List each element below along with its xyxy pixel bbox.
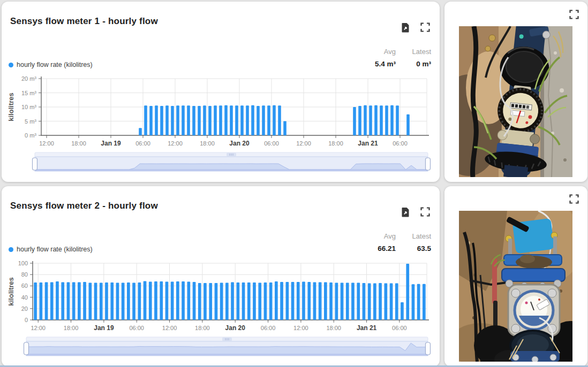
svg-text:18:00: 18:00 <box>200 140 215 147</box>
panel-toolbar <box>401 207 431 217</box>
page-title: Sensys flow meter 2 - hourly flow <box>10 201 158 211</box>
export-report-button[interactable] <box>401 22 411 33</box>
svg-text:06:00: 06:00 <box>393 140 408 147</box>
svg-text:0 m³: 0 m³ <box>25 132 36 139</box>
svg-text:18:00: 18:00 <box>64 325 79 331</box>
svg-text:12:00: 12:00 <box>293 325 308 331</box>
meter-photo-2 <box>459 211 572 362</box>
slider-handle-right[interactable] <box>426 158 431 170</box>
chart-stats: Avg 5.4 m³ Latest 0 m³ <box>373 48 431 68</box>
dashboard-grid: Sensys flow meter 1 - hourly flow Avg 5.… <box>2 2 587 366</box>
legend-label: hourly flow rate (kilolitres) <box>17 61 93 68</box>
flow-meter-photo-illustration <box>459 211 572 362</box>
svg-text:12:00: 12:00 <box>31 325 46 331</box>
svg-text:06:00: 06:00 <box>135 140 150 147</box>
hourly-flow-chart-1[interactable]: 0 m³5 m³10 m³15 m³20 m³12:0018:00Jan 190… <box>6 75 432 149</box>
panel-toolbar <box>401 22 431 33</box>
legend-label: hourly flow rate (kilolitres) <box>17 246 93 253</box>
legend-item-hourly-flow-rate[interactable]: hourly flow rate (kilolitres) <box>9 61 93 68</box>
svg-text:12:00: 12:00 <box>296 140 311 147</box>
avg-value: 66.21 <box>373 244 396 253</box>
latest-value: 63.5 <box>409 244 431 253</box>
panel-meter-photo-1 <box>444 2 587 182</box>
fullscreen-button[interactable] <box>569 9 580 20</box>
svg-text:06:00: 06:00 <box>392 325 407 331</box>
svg-text:18:00: 18:00 <box>326 325 341 331</box>
avg-stat: Avg 66.21 <box>373 232 396 253</box>
svg-text:06:00: 06:00 <box>129 325 144 331</box>
svg-text:12:00: 12:00 <box>168 140 183 147</box>
avg-value: 5.4 m³ <box>373 60 396 68</box>
svg-text:Jan 20: Jan 20 <box>229 140 250 147</box>
latest-label: Latest <box>409 48 431 56</box>
panel-flow-meter-2: Sensys flow meter 2 - hourly flow Avg 66… <box>2 186 440 366</box>
svg-text:kilolitres: kilolitres <box>7 93 15 121</box>
svg-text:Jan 20: Jan 20 <box>225 324 246 332</box>
svg-text:Jan 19: Jan 19 <box>101 140 121 147</box>
slider-handle-left[interactable] <box>33 158 37 170</box>
svg-text:40: 40 <box>21 294 28 301</box>
fullscreen-icon <box>569 194 579 204</box>
fullscreen-icon <box>420 22 430 32</box>
svg-text:20 m³: 20 m³ <box>21 75 36 82</box>
latest-value: 0 m³ <box>409 60 431 68</box>
svg-text:Jan 21: Jan 21 <box>358 140 378 147</box>
svg-text:18:00: 18:00 <box>328 140 343 147</box>
slider-handle-left[interactable] <box>24 342 29 355</box>
time-range-slider-2[interactable] <box>6 336 432 358</box>
avg-label: Avg <box>373 48 396 56</box>
svg-text:15 m³: 15 m³ <box>21 90 36 96</box>
svg-text:10 m³: 10 m³ <box>21 104 36 110</box>
time-range-slider-1[interactable] <box>6 151 432 174</box>
export-report-icon <box>401 207 410 217</box>
legend-marker-icon <box>9 247 13 252</box>
svg-text:18:00: 18:00 <box>71 140 86 147</box>
latest-label: Latest <box>409 232 431 240</box>
svg-text:Jan 19: Jan 19 <box>94 324 114 332</box>
panel-meter-photo-2 <box>444 186 587 366</box>
svg-text:20: 20 <box>21 305 28 312</box>
export-report-button[interactable] <box>401 207 411 217</box>
legend-marker-icon <box>9 63 13 67</box>
fullscreen-button[interactable] <box>420 207 431 217</box>
panel-flow-meter-1: Sensys flow meter 1 - hourly flow Avg 5.… <box>2 2 440 182</box>
fullscreen-button[interactable] <box>420 22 431 33</box>
slider-handle-right[interactable] <box>426 342 431 355</box>
fullscreen-icon <box>420 207 430 217</box>
latest-stat: Latest 0 m³ <box>409 48 431 68</box>
svg-text:06:00: 06:00 <box>264 140 279 147</box>
page-title: Sensys flow meter 1 - hourly flow <box>10 16 158 27</box>
dashboard: { "panels": [ { "title": "Sensys flow me… <box>0 0 588 367</box>
svg-text:100: 100 <box>18 260 28 266</box>
svg-text:kilolitres: kilolitres <box>7 277 15 305</box>
svg-text:80: 80 <box>21 271 28 278</box>
legend-item-hourly-flow-rate[interactable]: hourly flow rate (kilolitres) <box>9 246 93 253</box>
avg-stat: Avg 5.4 m³ <box>373 48 396 68</box>
chart-stats: Avg 66.21 Latest 63.5 <box>373 232 431 253</box>
svg-text:06:00: 06:00 <box>261 325 276 331</box>
meter-photo-1 <box>459 26 572 177</box>
flow-meter-photo-illustration <box>459 26 572 177</box>
latest-stat: Latest 63.5 <box>409 232 431 253</box>
svg-text:12:00: 12:00 <box>162 325 177 331</box>
fullscreen-button[interactable] <box>569 194 580 204</box>
export-report-icon <box>401 22 410 33</box>
fullscreen-icon <box>569 10 579 19</box>
svg-text:18:00: 18:00 <box>195 325 210 331</box>
svg-text:5 m³: 5 m³ <box>25 118 36 125</box>
avg-label: Avg <box>373 232 396 240</box>
svg-text:0: 0 <box>25 317 28 323</box>
svg-text:60: 60 <box>21 282 28 289</box>
svg-text:12:00: 12:00 <box>39 140 54 147</box>
hourly-flow-chart-2[interactable]: 02040608010012:0018:00Jan 1906:0012:0018… <box>6 260 432 334</box>
svg-text:Jan 21: Jan 21 <box>357 324 377 332</box>
